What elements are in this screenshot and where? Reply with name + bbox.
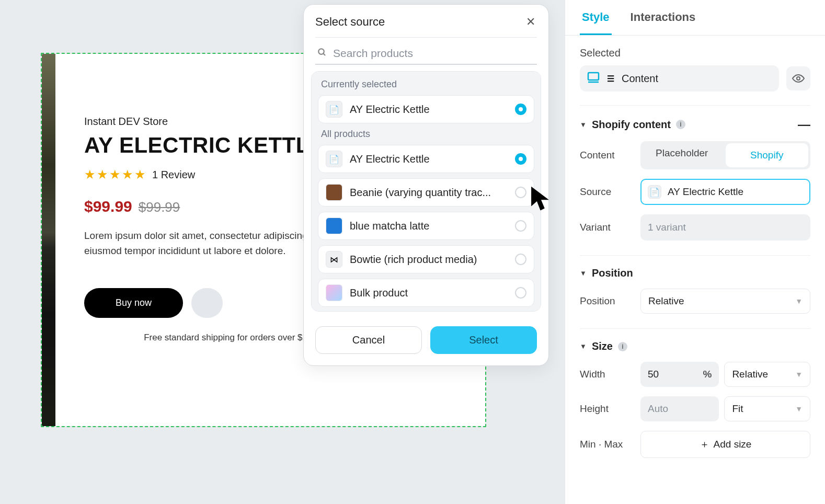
section-header[interactable]: ▼ Shopify content i —	[580, 117, 810, 132]
product-thumb-icon	[326, 184, 342, 201]
radio-icon[interactable]	[515, 287, 526, 299]
source-value: AY Electric Kettle	[668, 186, 743, 198]
product-thumb-icon	[326, 284, 342, 301]
stars-icon: ★★★★★	[84, 167, 146, 182]
position-value: Relative	[648, 295, 684, 307]
radio-icon[interactable]	[515, 220, 526, 232]
caret-down-icon: ▼	[580, 121, 587, 129]
svg-point-4	[797, 77, 800, 80]
search-field[interactable]	[315, 43, 537, 65]
width-label: Width	[580, 369, 632, 380]
product-item[interactable]: ⋈ Bowtie (rich product media)	[318, 245, 534, 273]
product-image	[42, 54, 55, 426]
product-item-name: Bowtie (rich product media)	[350, 254, 508, 266]
width-unit: %	[703, 369, 712, 380]
svg-line-1	[323, 53, 325, 55]
visibility-toggle-button[interactable]	[786, 66, 810, 90]
svg-point-0	[318, 49, 324, 54]
height-label: Height	[580, 403, 632, 415]
position-select[interactable]: Relative ▼	[640, 289, 810, 314]
add-size-button[interactable]: ＋ Add size	[640, 431, 810, 458]
width-input[interactable]: 50 %	[640, 362, 719, 387]
segment-shopify[interactable]: Shopify	[726, 143, 809, 167]
section-header[interactable]: ▼ Size i	[580, 340, 810, 352]
minmax-label: Min · Max	[580, 439, 632, 450]
product-item[interactable]: Bulk product	[318, 279, 534, 307]
product-item-name: Beanie (varying quantity trac...	[350, 187, 508, 199]
select-source-modal: Select source ✕ Currently selected 📄 AY …	[303, 4, 549, 366]
product-thumb-icon: ⋈	[326, 251, 342, 268]
product-item-name: AY Electric Kettle	[350, 153, 508, 165]
search-input[interactable]	[333, 47, 535, 60]
info-icon[interactable]: i	[618, 342, 627, 351]
selected-element-name: Content	[622, 73, 658, 85]
segment-placeholder[interactable]: Placeholder	[640, 141, 724, 169]
size-section: ▼ Size i Width 50 % Relative ▼	[580, 328, 810, 473]
panel-tabs: Style Interactions	[565, 0, 825, 36]
section-title: Shopify content	[592, 119, 671, 131]
product-thumb-icon: 📄	[648, 185, 661, 199]
all-products-label: All products	[321, 129, 531, 140]
height-mode-select[interactable]: Fit ▼	[724, 396, 810, 421]
product-item-current[interactable]: 📄 AY Electric Kettle	[318, 95, 534, 123]
variant-field[interactable]: 1 variant	[640, 214, 810, 240]
height-input[interactable]: Auto	[640, 396, 719, 421]
tab-interactions[interactable]: Interactions	[628, 0, 698, 35]
height-mode: Fit	[732, 403, 743, 415]
eye-icon	[792, 72, 805, 85]
plus-icon: ＋	[700, 438, 709, 451]
close-icon[interactable]: ✕	[524, 16, 537, 28]
cancel-button[interactable]: Cancel	[315, 326, 422, 354]
tab-style[interactable]: Style	[580, 0, 612, 35]
device-icon	[587, 72, 600, 85]
chevron-down-icon: ▼	[795, 405, 803, 413]
product-list[interactable]: Currently selected 📄 AY Electric Kettle …	[311, 71, 541, 312]
add-size-label: Add size	[714, 439, 752, 450]
product-item[interactable]: 📄 AY Electric Kettle	[318, 145, 534, 173]
review-count: 1 Review	[152, 169, 195, 181]
source-field[interactable]: 📄 AY Electric Kettle	[640, 179, 810, 205]
product-thumb-icon: 📄	[326, 101, 342, 118]
product-item[interactable]: blue matcha latte	[318, 212, 534, 240]
section-title: Size	[592, 340, 613, 352]
buy-now-button[interactable]: Buy now	[84, 288, 183, 318]
product-item-name: Bulk product	[350, 287, 508, 299]
section-header[interactable]: ▼ Position	[580, 267, 810, 279]
variant-label: Variant	[580, 222, 632, 233]
section-title: Position	[592, 267, 633, 279]
radio-icon[interactable]	[515, 254, 526, 265]
chevron-down-icon: ▼	[795, 297, 803, 305]
width-mode-select[interactable]: Relative ▼	[724, 362, 810, 387]
caret-down-icon: ▼	[580, 342, 587, 350]
content-label: Content	[580, 150, 632, 161]
info-icon[interactable]: i	[676, 120, 685, 129]
width-mode: Relative	[732, 369, 768, 380]
select-button[interactable]: Select	[430, 326, 537, 354]
search-icon	[317, 48, 327, 60]
divider	[315, 37, 537, 38]
secondary-button[interactable]	[191, 288, 223, 318]
position-label: Position	[580, 295, 632, 307]
modal-title: Select source	[315, 15, 385, 29]
radio-icon[interactable]	[515, 187, 526, 198]
svg-rect-2	[588, 73, 599, 80]
radio-selected-icon[interactable]	[515, 104, 526, 115]
shopify-content-section: ▼ Shopify content i — Content Placeholde…	[580, 105, 810, 255]
selected-label: Selected	[580, 47, 810, 59]
product-item-name: blue matcha latte	[350, 220, 508, 232]
selected-element-pill[interactable]: ☰ Content	[580, 65, 779, 91]
content-segment: Placeholder Shopify	[640, 141, 810, 169]
sale-price: $99.99	[84, 198, 132, 215]
height-placeholder: Auto	[648, 403, 668, 415]
collapse-icon[interactable]: —	[798, 117, 810, 132]
radio-icon[interactable]	[515, 153, 526, 165]
currently-selected-label: Currently selected	[321, 79, 531, 90]
compare-price: $99.99	[139, 199, 180, 215]
inspector-panel: Style Interactions Selected ☰ Content ▼ …	[565, 0, 825, 504]
position-section: ▼ Position Position Relative ▼	[580, 255, 810, 328]
product-item[interactable]: Beanie (varying quantity trac...	[318, 178, 534, 207]
product-item-name: AY Electric Kettle	[350, 104, 508, 116]
caret-down-icon: ▼	[580, 269, 587, 277]
product-thumb-icon: 📄	[326, 151, 342, 167]
source-label: Source	[580, 186, 632, 198]
